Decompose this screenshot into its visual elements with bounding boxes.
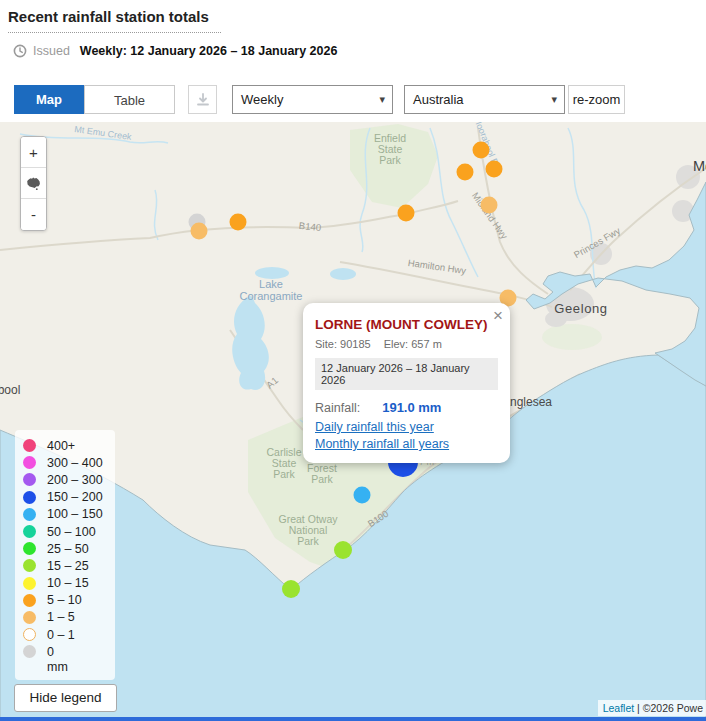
tab-table[interactable]: Table [84, 85, 175, 114]
legend-item: 15 – 25 [23, 557, 115, 574]
monthly-rainfall-link[interactable]: Monthly rainfall all years [315, 437, 498, 451]
legend-swatch [23, 611, 36, 624]
download-icon [195, 92, 211, 108]
tab-map[interactable]: Map [14, 85, 84, 114]
legend-range-label: 300 – 400 [47, 456, 103, 470]
rainfall-totals-page: Recent rainfall station totals Issued We… [0, 0, 706, 721]
legend-swatch [23, 508, 36, 521]
chevron-down-icon: ▾ [379, 86, 385, 113]
issued-period: Weekly: 12 January 2026 – 18 January 202… [80, 44, 338, 58]
popup-station-meta: Site: 90185 Elev: 657 m [315, 338, 498, 350]
attribution-text: | ©2026 Powe [634, 702, 703, 714]
legend-swatch [23, 542, 36, 555]
download-button[interactable] [188, 85, 217, 114]
legend-range-label: 0 [47, 645, 54, 659]
legend-range-label: 25 – 50 [47, 542, 89, 556]
legend-range-label: 1 – 5 [47, 610, 75, 624]
map-zoom-control: + - [20, 136, 47, 231]
legend-swatch [23, 525, 36, 538]
region-select-value: Australia [413, 92, 464, 107]
legend-item: 200 – 300 [23, 471, 115, 488]
station-dot[interactable] [334, 541, 352, 559]
legend-swatch [23, 491, 36, 504]
rainfall-map[interactable]: Mt Emu CreekEnfield State ParkB140Moorab… [0, 122, 706, 717]
legend-item: 150 – 200 [23, 489, 115, 506]
legend-item: 100 – 150 [23, 506, 115, 523]
legend-range-label: 50 – 100 [47, 525, 96, 539]
bottom-divider [0, 717, 706, 721]
legend-item: 300 – 400 [23, 454, 115, 471]
station-dot[interactable] [473, 142, 490, 159]
issued-label: Issued [33, 44, 70, 58]
popup-site-number: Site: 90185 [315, 338, 371, 350]
legend-item: 5 – 10 [23, 592, 115, 609]
legend-range-label: 10 – 15 [47, 576, 89, 590]
station-popup: × LORNE (MOUNT COWLEY) Site: 90185 Elev:… [303, 303, 510, 463]
popup-period: 12 January 2026 – 18 January 2026 [315, 358, 498, 390]
station-dot[interactable] [354, 487, 371, 504]
legend-range-label: 15 – 25 [47, 559, 89, 573]
station-dot[interactable] [398, 205, 415, 222]
legend-swatch [23, 456, 36, 469]
legend-item: 400+ [23, 437, 115, 454]
legend-swatch [23, 628, 36, 641]
clock-icon [13, 44, 27, 58]
daily-rainfall-link[interactable]: Daily rainfall this year [315, 420, 498, 434]
popup-station-name: LORNE (MOUNT COWLEY) [315, 317, 498, 332]
legend-range-label: 400+ [47, 439, 75, 453]
map-attribution: Leaflet | ©2026 Powe [598, 700, 706, 716]
region-select[interactable]: Australia ▾ [404, 85, 565, 114]
legend-swatch [23, 594, 36, 607]
rezoom-button[interactable]: re-zoom [568, 85, 625, 114]
station-dot[interactable] [457, 164, 474, 181]
station-dot[interactable] [481, 197, 498, 214]
toolbar: Map Table Weekly ▾ Australia ▾ re-zoom [0, 85, 706, 114]
legend-range-label: 200 – 300 [47, 473, 103, 487]
legend-swatch [23, 645, 36, 658]
legend-item: 10 – 15 [23, 575, 115, 592]
close-icon[interactable]: × [493, 307, 503, 324]
legend-range-label: 5 – 10 [47, 593, 82, 607]
legend-item: 0 [23, 643, 115, 660]
period-select[interactable]: Weekly ▾ [232, 85, 393, 114]
legend-unit: mm [47, 660, 115, 677]
popup-elevation: Elev: 657 m [384, 338, 442, 350]
popup-rainfall-label: Rainfall: [315, 401, 360, 415]
rainfall-legend: 400+300 – 400200 – 300150 – 200100 – 150… [15, 430, 115, 680]
period-select-value: Weekly [241, 92, 283, 107]
legend-range-label: 100 – 150 [47, 507, 103, 521]
issued-row: Issued Weekly: 12 January 2026 – 18 Janu… [13, 44, 337, 58]
legend-range-label: 0 – 1 [47, 628, 75, 642]
chevron-down-icon: ▾ [551, 86, 557, 113]
popup-rainfall-row: Rainfall:191.0 mm [315, 400, 498, 415]
legend-swatch [23, 559, 36, 572]
legend-item: 25 – 50 [23, 540, 115, 557]
station-dot[interactable] [486, 161, 503, 178]
legend-item: 1 – 5 [23, 609, 115, 626]
home-extent-button[interactable] [21, 168, 46, 199]
zoom-out-button[interactable]: - [21, 199, 46, 230]
zoom-in-button[interactable]: + [21, 137, 46, 168]
leaflet-link[interactable]: Leaflet [603, 702, 635, 714]
page-title: Recent rainfall station totals [8, 8, 221, 33]
station-dot[interactable] [282, 580, 300, 598]
legend-item: 50 – 100 [23, 523, 115, 540]
legend-swatch [23, 439, 36, 452]
station-dot[interactable] [191, 223, 208, 240]
legend-range-label: 150 – 200 [47, 490, 103, 504]
legend-item: 0 – 1 [23, 626, 115, 643]
popup-rainfall-value: 191.0 mm [382, 400, 441, 415]
legend-swatch [23, 473, 36, 486]
australia-icon [25, 176, 42, 191]
station-dot[interactable] [230, 214, 247, 231]
hide-legend-button[interactable]: Hide legend [14, 684, 117, 712]
legend-swatch [23, 577, 36, 590]
